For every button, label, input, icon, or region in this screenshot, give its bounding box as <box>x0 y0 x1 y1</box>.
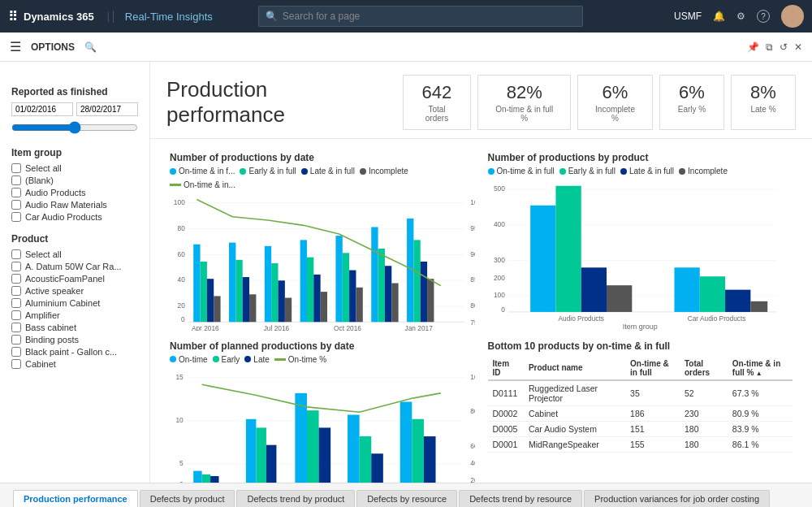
item-group-audio-raw-checkbox[interactable] <box>11 200 21 210</box>
date-range <box>11 102 138 116</box>
cell-name: Cabinet <box>524 405 625 421</box>
kpi-incomplete: 6% Incomplete % <box>577 75 653 130</box>
tab-defects-trend-by-product[interactable]: Defects trend by product <box>236 490 355 507</box>
bar <box>356 288 362 322</box>
legend-incomplete-color <box>360 168 366 175</box>
legend-ontime-color <box>170 168 176 175</box>
item-group-select-all[interactable]: Select all <box>11 163 138 173</box>
bar <box>193 470 201 483</box>
nav-right: USMF 🔔 ⚙ ? <box>674 5 804 28</box>
tab-defects-trend-by-resource[interactable]: Defects trend by resource <box>459 490 582 507</box>
product-amplifier[interactable]: Amplifier <box>11 310 138 320</box>
tab-production-performance[interactable]: Production performance <box>13 490 138 507</box>
hamburger-icon[interactable]: ☰ <box>10 39 21 54</box>
chart2-svg: 500 400 300 200 100 0 <box>488 179 793 321</box>
kpi-late-label: Late % <box>745 105 782 114</box>
detach-icon[interactable]: ⧉ <box>766 41 773 53</box>
bar <box>265 246 271 322</box>
kpi-ontime-label: On-time & in full % <box>491 105 557 123</box>
nav-bar: ⠿ Dynamics 365 | Real-Time Insights 🔍 Se… <box>0 0 812 32</box>
date-range-slider[interactable] <box>11 121 138 134</box>
bar <box>371 453 383 483</box>
product-datum[interactable]: A. Datum 50W Car Ra... <box>11 262 138 271</box>
svg-text:0: 0 <box>181 315 185 323</box>
item-group-blank-label: (Blank) <box>25 176 54 185</box>
date-slider-container <box>11 121 138 136</box>
refresh-icon[interactable]: ↺ <box>780 41 788 53</box>
item-group-audio-products[interactable]: Audio Products <box>11 188 138 197</box>
svg-text:300: 300 <box>493 256 504 264</box>
bar <box>235 260 242 322</box>
bar <box>413 240 420 322</box>
item-group-list: Select all (Blank) Audio Products Audio … <box>11 163 138 222</box>
bell-icon[interactable]: 🔔 <box>713 11 725 22</box>
bar <box>421 262 427 322</box>
user-avatar[interactable] <box>781 5 804 28</box>
nav-logo: ⠿ Dynamics 365 <box>8 9 94 24</box>
item-group-select-all-checkbox[interactable] <box>11 163 21 173</box>
cell-pct: 83.9 % <box>728 421 793 436</box>
options-bar: ☰ OPTIONS 🔍 📌 ⧉ ↺ ✕ <box>0 32 812 62</box>
item-group-blank[interactable]: (Blank) <box>11 176 138 185</box>
product-cabinet[interactable]: Cabinet <box>11 359 138 369</box>
chart1-title: Number of productions by date <box>170 152 475 163</box>
th-total-orders[interactable]: Total orders <box>680 357 728 380</box>
chart4-title: Bottom 10 products by on-time & in full <box>488 340 793 352</box>
svg-text:500: 500 <box>493 184 504 193</box>
global-search[interactable]: 🔍 Search for a page <box>258 6 583 27</box>
bar <box>207 279 214 322</box>
table-row: D0005 Car Audio System 151 180 83.9 % <box>488 421 793 436</box>
bar <box>427 279 434 322</box>
date-end-input[interactable] <box>76 102 138 116</box>
help-icon[interactable]: ? <box>757 10 770 23</box>
module-name[interactable]: Real-Time Insights <box>113 11 213 23</box>
product-acoustic[interactable]: AcousticFoamPanel <box>11 274 138 284</box>
item-group-blank-checkbox[interactable] <box>11 176 21 185</box>
kpi-early: 6% Early % <box>659 75 724 130</box>
tab-defects-by-product[interactable]: Defects by product <box>140 490 235 507</box>
grid-icon[interactable]: ⠿ <box>8 9 17 24</box>
tab-defects-by-resource[interactable]: Defects by resource <box>356 490 457 507</box>
svg-text:20%: 20% <box>470 476 474 483</box>
product-select-all[interactable]: Select all <box>11 249 138 259</box>
th-ontime[interactable]: On-time & in full <box>625 357 680 380</box>
th-ontime-pct[interactable]: On-time & in full % <box>728 357 793 380</box>
bar <box>313 275 320 322</box>
product-bass[interactable]: Bass cabinet <box>11 323 138 332</box>
chart2-area: 500 400 300 200 100 0 <box>488 179 793 321</box>
kpi-ontime-value: 82% <box>491 82 557 103</box>
th-product-name[interactable]: Product name <box>524 357 625 380</box>
table-row: D0002 Cabinet 186 230 80.9 % <box>488 405 793 421</box>
cell-id: D0111 <box>488 380 524 406</box>
svg-text:100%: 100% <box>470 373 474 381</box>
tab-production-variances[interactable]: Production variances for job order costi… <box>584 490 770 507</box>
svg-text:15: 15 <box>175 373 184 381</box>
item-group-car-audio[interactable]: Car Audio Products <box>11 212 138 222</box>
product-active-speaker[interactable]: Active speaker <box>11 286 138 296</box>
legend2-ontime: On-time & in full <box>488 167 555 176</box>
bar <box>307 258 313 323</box>
item-group-audio-raw[interactable]: Audio Raw Materials <box>11 200 138 210</box>
bar <box>279 280 285 322</box>
bar <box>202 474 210 483</box>
kpi-early-value: 6% <box>673 82 710 103</box>
th-item-id[interactable]: Item ID <box>488 357 524 380</box>
kpi-total-orders-value: 642 <box>417 82 458 103</box>
date-start-input[interactable] <box>11 102 73 116</box>
item-group-audio-products-checkbox[interactable] <box>11 188 21 197</box>
product-binding[interactable]: Binding posts <box>11 335 138 344</box>
item-group-car-audio-checkbox[interactable] <box>11 212 21 222</box>
legend-ontime-bar: On-time & in f... <box>170 167 235 176</box>
chart-planned-by-date: Number of planned productions by date On… <box>163 336 482 483</box>
close-icon[interactable]: ✕ <box>794 41 802 53</box>
product-aluminium[interactable]: Aluminium Cabinet <box>11 298 138 308</box>
product-black-paint[interactable]: Black paint - Gallon c... <box>11 347 138 357</box>
bar <box>391 283 398 322</box>
svg-text:Car Audio Products: Car Audio Products <box>687 314 745 321</box>
svg-text:Apr 2016: Apr 2016 <box>192 324 219 331</box>
gear-icon[interactable]: ⚙ <box>736 11 745 22</box>
item-group-audio-raw-label: Audio Raw Materials <box>25 200 107 210</box>
legend-incomplete-bar: Incomplete <box>360 167 408 176</box>
pin-icon[interactable]: 📌 <box>747 41 759 53</box>
search-icon-small[interactable]: 🔍 <box>84 41 97 53</box>
